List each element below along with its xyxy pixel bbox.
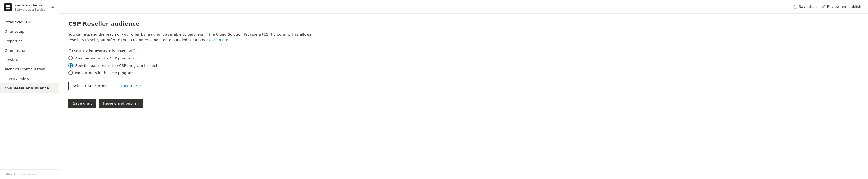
page-content: CSP Reseller audience You can expand the… — [59, 13, 868, 179]
svg-rect-2 — [6, 8, 8, 9]
radio-option-no-partners[interactable]: No partners in the CSP program — [68, 70, 859, 75]
sidebar-item-offer-setup[interactable]: Offer setup — [0, 27, 59, 36]
save-draft-button[interactable]: Save draft — [68, 99, 96, 108]
csp-actions-row: Select CSP Partners ↑ Import CSPs — [68, 82, 859, 90]
resell-options-group: Any partner in the CSP program Specific … — [68, 56, 859, 75]
sidebar-header: contoso_demo Software as a Service ≡ — [0, 0, 59, 15]
sidebar-item-offer-overview[interactable]: Offer overview — [0, 17, 59, 27]
page-title: CSP Reseller audience — [68, 20, 859, 27]
radio-no-partners-label: No partners in the CSP program — [75, 71, 134, 75]
radio-specific-partners[interactable] — [68, 63, 73, 68]
svg-rect-0 — [6, 5, 8, 7]
import-arrow-icon: ↑ — [116, 84, 119, 88]
import-csps-label: Import CSPs — [120, 84, 143, 88]
hamburger-icon[interactable]: ≡ — [51, 4, 55, 10]
topbar-review-publish[interactable]: Review and publish — [822, 4, 861, 9]
company-logo — [4, 3, 12, 11]
offer-id: Offer ID: contoso_demo — [4, 173, 55, 176]
sidebar-item-offer-listing[interactable]: Offer listing — [0, 46, 59, 55]
radio-no-partners[interactable] — [68, 70, 73, 75]
company-name: contoso_demo — [15, 3, 48, 8]
review-publish-icon — [822, 5, 826, 9]
review-publish-label: Review and publish — [827, 4, 861, 9]
sidebar-item-technical-configuration[interactable]: Technical configuration — [0, 65, 59, 74]
page-description: You can expand the reach of your offer b… — [68, 32, 323, 43]
company-info: contoso_demo Software as a Service — [15, 3, 48, 11]
import-csps-link[interactable]: ↑ Import CSPs — [116, 84, 143, 88]
topbar: Save draft Review and publish — [59, 0, 868, 13]
topbar-save-draft[interactable]: Save draft — [794, 4, 817, 9]
radio-specific-partners-label: Specific partners in the CSP program I s… — [75, 64, 157, 68]
save-draft-label: Save draft — [799, 4, 817, 9]
svg-rect-3 — [8, 8, 10, 9]
svg-rect-1 — [8, 5, 10, 7]
review-and-publish-button[interactable]: Review and publish — [99, 99, 143, 108]
sidebar-item-plan-overview[interactable]: Plan overview — [0, 74, 59, 84]
description-text: You can expand the reach of your offer b… — [68, 32, 311, 42]
sidebar-footer: Offer ID: contoso_demo — [0, 170, 59, 179]
required-indicator: * — [132, 48, 135, 52]
radio-any-partner[interactable] — [68, 56, 73, 60]
bottom-actions: Save draft Review and publish — [68, 99, 859, 108]
field-label: Make my offer available for resell to * — [68, 48, 859, 52]
sidebar-item-properties[interactable]: Properties — [0, 36, 59, 46]
radio-any-partner-label: Any partner in the CSP program — [75, 56, 134, 60]
radio-option-specific-partners[interactable]: Specific partners in the CSP program I s… — [68, 63, 859, 68]
company-subtitle: Software as a Service — [15, 8, 48, 11]
select-csp-partners-button[interactable]: Select CSP Partners — [68, 82, 113, 90]
learn-more-link[interactable]: Learn more — [207, 38, 228, 42]
sidebar-item-preview[interactable]: Preview — [0, 55, 59, 65]
save-draft-icon — [794, 5, 797, 9]
sidebar-item-csp-reseller-audience[interactable]: CSP Reseller audience — [0, 83, 59, 93]
sidebar-nav: Offer overview Offer setup Properties Of… — [0, 15, 59, 170]
sidebar: contoso_demo Software as a Service ≡ Off… — [0, 0, 59, 179]
radio-option-any-partner[interactable]: Any partner in the CSP program — [68, 56, 859, 60]
main-content: Save draft Review and publish CSP Resell… — [59, 0, 868, 179]
